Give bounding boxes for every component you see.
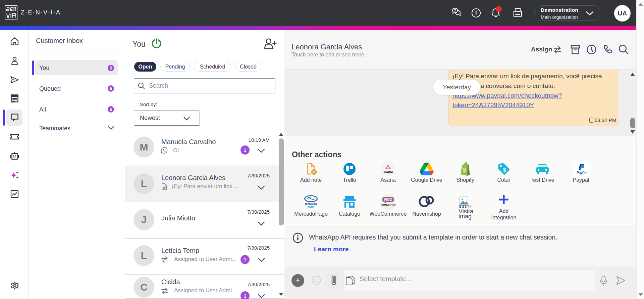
svg-text:Pal: Pal bbox=[582, 171, 587, 175]
svg-text:?: ? bbox=[454, 9, 456, 12]
svg-text:S: S bbox=[463, 167, 466, 173]
svg-text:pago: pago bbox=[308, 205, 314, 208]
svg-text:$: $ bbox=[503, 167, 506, 173]
svg-text:asana: asana bbox=[384, 170, 393, 173]
svg-text:COMMERCE: COMMERCE bbox=[381, 203, 395, 207]
svg-text:Pay: Pay bbox=[577, 171, 583, 175]
svg-text:?: ? bbox=[475, 10, 478, 16]
svg-text:WOO: WOO bbox=[384, 198, 392, 202]
